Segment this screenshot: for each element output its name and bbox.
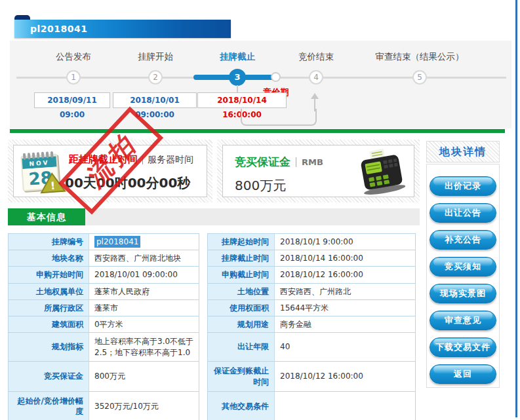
- sidebar-actions: 出价记录 出让公告 补充公告 竞买须知 现场实景图 审查意见 下载交易文件 返回: [426, 164, 500, 388]
- row-label: 保证金到账截止时间: [208, 362, 275, 392]
- download-files-button[interactable]: 下载交易文件: [430, 337, 496, 357]
- deposit-panel: 竞买保证金 RMB 800万元: [217, 140, 420, 202]
- deposit-title-row: 竞买保证金 RMB: [235, 155, 323, 170]
- date-list-end: 2018/10/14 16:00:00: [197, 92, 287, 108]
- step-label-5: 审查结束（结果公示）: [376, 51, 464, 63]
- transfer-notice-button[interactable]: 出让公告: [430, 203, 496, 223]
- row-label: 申购开始时间: [9, 267, 89, 284]
- step-node-1: 1: [66, 70, 81, 85]
- row-value: 3520万元/10万元: [89, 392, 199, 420]
- row-value: 40: [275, 333, 415, 362]
- selected-text: pl2018041: [94, 236, 140, 248]
- deposit-panel-inner: 竞买保证金 RMB 800万元: [222, 145, 414, 197]
- basic-info-title: 基本信息: [8, 208, 85, 225]
- row-label: 起始价/竞价增价幅度: [9, 392, 89, 420]
- row-value: 800万元: [89, 362, 199, 392]
- row-value: 西安路西、广州路北: [275, 284, 415, 300]
- currency-label: RMB: [302, 157, 323, 167]
- row-value: 商务金融: [275, 316, 415, 333]
- review-opinion-button[interactable]: 审查意见: [430, 311, 496, 330]
- row-label: 规划用途: [208, 316, 275, 333]
- divider: [296, 157, 296, 167]
- row-label: 挂牌起始时间: [208, 234, 275, 250]
- row-value: 2018/10/01 09:00:00: [89, 267, 199, 284]
- node-connector-tick: [237, 85, 238, 92]
- row-value: 西安路西、广州路北地块: [89, 250, 199, 267]
- bidder-instructions-button[interactable]: 竞买须知: [430, 257, 496, 277]
- row-label: 申购截止时间: [208, 267, 275, 284]
- row-value: 0平方米: [89, 316, 199, 333]
- row-label: 竞买保证金: [9, 362, 89, 392]
- date-announce: 2018/09/11 09:00: [34, 92, 110, 108]
- row-label: 出让年限: [208, 333, 275, 362]
- row-value: 2018/10/12 16:00:00: [275, 267, 415, 284]
- step-label-4: 竞价结束: [298, 51, 334, 63]
- row-value: [275, 392, 415, 420]
- countdown-panel-inner: NOV 28 ! 距挂牌截止时间 服务器时间 00天00时00分00秒 流拍: [13, 145, 207, 197]
- site-photos-button[interactable]: 现场实景图: [430, 284, 496, 303]
- basic-info-table-left: 挂牌编号 pl2018041 地块名称 西安路西、广州路北地块 申购开始时间 2…: [8, 233, 199, 420]
- step-node-5: 5: [412, 70, 427, 85]
- step-label-3-active: 挂牌截止: [220, 51, 255, 63]
- phase-elbow-connector: [241, 109, 317, 126]
- date-list-start: 2018/10/01 09:00:00: [113, 92, 197, 108]
- phase-elbow-riser: [314, 98, 315, 111]
- row-label: 建筑面积: [9, 316, 89, 333]
- pos-terminal-icon: [353, 148, 410, 197]
- supplement-notice-button[interactable]: 补充公告: [430, 230, 496, 250]
- back-button[interactable]: 返回: [430, 364, 496, 384]
- listing-id-ribbon: pl2018041: [14, 20, 231, 38]
- listing-id: pl2018041: [30, 24, 88, 34]
- step-node-3-active: 3: [229, 69, 246, 86]
- sidebar-title: 地块详情: [426, 141, 500, 162]
- row-label: 地块名称: [9, 250, 89, 267]
- svg-text:!: !: [50, 180, 56, 192]
- row-label: 规划指标: [9, 333, 89, 362]
- deposit-title: 竞买保证金: [235, 155, 290, 170]
- row-value: pl2018041: [89, 234, 199, 250]
- bid-records-button[interactable]: 出价记录: [430, 176, 496, 196]
- phase-end-node: [271, 72, 281, 82]
- row-label: 土地位置: [208, 284, 275, 300]
- row-label: 使用权面积: [208, 300, 275, 316]
- countdown-panel: NOV 28 ! 距挂牌截止时间 服务器时间 00天00时00分00秒 流拍: [8, 140, 212, 202]
- step-label-1: 公告发布: [56, 51, 91, 63]
- step-node-2: 2: [148, 70, 163, 85]
- row-label: 所属行政区: [9, 300, 89, 316]
- row-label: 挂牌编号: [9, 234, 89, 250]
- row-value: 蓬莱市: [89, 300, 199, 316]
- row-label: 土地权属单位: [9, 284, 89, 300]
- calendar-icon: NOV 28 !: [18, 147, 66, 198]
- server-time-label: 服务器时间: [148, 154, 193, 166]
- basic-info-title-strip: [85, 208, 420, 225]
- deposit-amount: 800万元: [235, 177, 286, 195]
- row-label: 挂牌截止时间: [208, 250, 275, 267]
- basic-info-table-right: 挂牌起始时间 2018/10/1 9:00:00 挂牌截止时间 2018/10/…: [207, 233, 416, 420]
- row-value: 地上容积率不高于3.0不低于2.5；地下容积率不高于1.0: [89, 333, 199, 362]
- row-value: 2018/10/14 16:00:00: [275, 250, 415, 267]
- row-value: 2018/10/1 9:00:00: [275, 234, 415, 250]
- phase-arrow-icon: [311, 93, 319, 99]
- auction-timeline: 公告发布 挂牌开始 挂牌截止 竞价结束 审查结束（结果公示） 1 2 3 4 5…: [10, 41, 511, 128]
- step-label-2: 挂牌开始: [138, 51, 173, 63]
- step-node-4: 4: [309, 70, 323, 85]
- row-value: 15644平方米: [275, 300, 415, 316]
- page-right-border: [515, 0, 517, 417]
- row-value: 2018/10/12 16:00:00: [275, 362, 415, 392]
- row-label: 其他交易条件: [208, 392, 275, 420]
- row-value: 蓬莱市人民政府: [89, 284, 199, 300]
- green-divider: [10, 129, 505, 133]
